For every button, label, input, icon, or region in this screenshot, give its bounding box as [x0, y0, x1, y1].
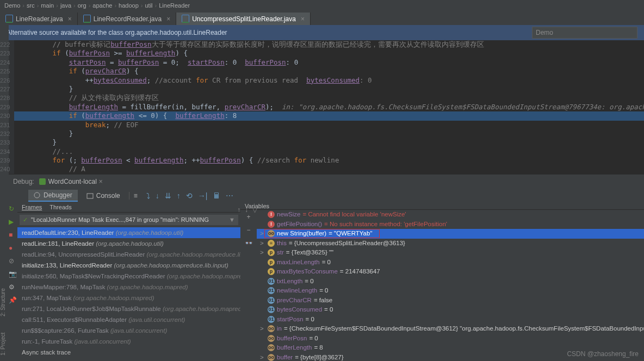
threads-tab[interactable]: Threads: [49, 204, 71, 210]
step-over-icon[interactable]: ⤵: [146, 191, 150, 200]
variable-row[interactable]: 01 txtLength = 0: [257, 277, 644, 287]
line-number[interactable]: 228: [0, 94, 10, 102]
frames-list[interactable]: readDefaultLine:230, LineReader (org.apa…: [17, 227, 240, 361]
settings-icon[interactable]: ⚙: [9, 283, 17, 292]
editor-tab[interactable]: LineReader.java×: [0, 13, 78, 25]
stack-frame[interactable]: call:511, Executors$RunnableAdapter (jav…: [17, 314, 240, 325]
editor[interactable]: 2222232242252262272282292302312322332342…: [0, 40, 644, 174]
line-number[interactable]: 229: [0, 103, 10, 111]
expand-icon[interactable]: >: [260, 325, 265, 333]
camera-icon[interactable]: 📷: [9, 270, 17, 279]
resume-icon[interactable]: ▶: [9, 218, 17, 227]
stack-frame[interactable]: run$$$capture:266, FutureTask (java.util…: [17, 325, 240, 336]
variable-row[interactable]: p maxBytesToConsume = 2147483647: [257, 267, 644, 277]
stack-frame[interactable]: initialize:133, LineRecordReader (org.ap…: [17, 260, 240, 271]
stack-frame[interactable]: runNewMapper:798, MapTask (org.apache.ha…: [17, 282, 240, 292]
close-icon[interactable]: ×: [68, 15, 72, 23]
prev-frame-icon[interactable]: ↑: [237, 206, 240, 214]
stack-frame[interactable]: readLine:94, UncompressedSplitLineReader…: [17, 249, 240, 260]
variable-row[interactable]: >p str = {Text@3625} "": [257, 248, 644, 258]
variables-list[interactable]: ! newSize = Cannot find local variable '…: [257, 210, 644, 361]
stack-frame[interactable]: initialize:560, MapTask$NewTrackingRecor…: [17, 271, 240, 282]
stop-icon[interactable]: ■: [9, 231, 17, 240]
line-number[interactable]: 227: [0, 85, 10, 94]
variable-row[interactable]: >oo new String(buffer) = "QWERTYab": [257, 229, 644, 239]
variable-row[interactable]: >oo in = {ChecksumFileSystem$FSDataBound…: [257, 324, 644, 334]
run-config-tab[interactable]: WordCount-local ×: [39, 178, 103, 185]
run-to-cursor-icon[interactable]: →|: [198, 191, 208, 200]
mute-bp-icon[interactable]: ⊘: [9, 257, 17, 266]
line-number[interactable]: 224: [0, 58, 10, 67]
rerun-icon[interactable]: ↻: [9, 205, 17, 214]
line-number[interactable]: 232: [0, 129, 10, 138]
line-number[interactable]: 225: [0, 67, 10, 76]
editor-tab[interactable]: UncompressedSplitLineReader.java×: [176, 13, 311, 25]
editor-tab[interactable]: LineRecordReader.java×: [78, 13, 176, 25]
async-label: Async stack trace: [17, 347, 240, 358]
variable-row[interactable]: 01 bytesConsumed = 0: [257, 305, 644, 315]
variable-row[interactable]: >≡ this = {UncompressedSplitLineReader@3…: [257, 239, 644, 248]
pin-icon[interactable]: 📌: [9, 296, 17, 305]
remove-watch-icon[interactable]: −: [246, 226, 250, 234]
variable-row[interactable]: oo bufferPosn = 0: [257, 334, 644, 344]
var-type-icon: p: [268, 259, 275, 266]
add-watch-icon[interactable]: +: [246, 213, 250, 221]
variable-row[interactable]: ! getFilePosition() = No such instance m…: [257, 220, 644, 229]
variable-row[interactable]: 01 startPosn = 0: [257, 315, 644, 325]
variable-row[interactable]: p maxLineLength = 0: [257, 258, 644, 267]
drop-frame-icon[interactable]: ⟲: [186, 191, 193, 200]
line-number[interactable]: 223: [0, 49, 10, 58]
stack-frame[interactable]: readDefaultLine:230, LineReader (org.apa…: [17, 227, 240, 238]
glasses-icon[interactable]: 👓: [245, 239, 253, 247]
view-bp-icon[interactable]: ●: [9, 244, 17, 253]
code-line: startPosn = bufferPosn = 0; startPosn: 0…: [14, 58, 644, 67]
alt-source-banner: Alternative source available for the cla…: [0, 25, 644, 40]
code-line: if (prevCharCR) {: [14, 67, 644, 76]
next-frame-icon[interactable]: ↓: [245, 206, 248, 214]
close-icon[interactable]: ×: [166, 15, 170, 23]
line-number[interactable]: 226: [0, 76, 10, 85]
check-icon: ✓: [23, 216, 28, 223]
debug-header: Debug: WordCount-local ×: [9, 175, 644, 189]
debug-left-toolbar: ↻ ▶ ■ ● ⊘ 📷 ⚙ 📌: [9, 203, 17, 361]
tab-console[interactable]: Console: [81, 190, 126, 201]
gutter[interactable]: 2222232242252262272282292302312322332342…: [0, 40, 14, 174]
console-icon: [86, 192, 94, 200]
var-type-icon: oo: [268, 354, 275, 361]
force-step-icon[interactable]: ⇊: [165, 191, 171, 200]
stack-frame[interactable]: run:-1, FutureTask (java.util.concurrent…: [17, 336, 240, 347]
line-number[interactable]: 239: [0, 156, 10, 165]
line-number[interactable]: 234: [0, 147, 10, 156]
stack-frame[interactable]: readLine:181, LineReader (org.apache.had…: [17, 238, 240, 249]
class-icon: [182, 15, 189, 23]
breadcrumb: Demo › src › main › java › org › apache …: [0, 0, 644, 11]
expand-icon[interactable]: >: [260, 248, 265, 257]
variable-row[interactable]: 01 newlineLength = 0: [257, 286, 644, 296]
highlight-box: [264, 229, 380, 238]
stack-frame[interactable]: :151, FutureTask (java.util.concurrent): [17, 358, 240, 361]
expand-icon[interactable]: >: [260, 239, 265, 248]
line-number[interactable]: 222: [0, 40, 10, 49]
code-area[interactable]: // buffer读标记bufferPosn大于等于缓存区里的实际数据长度时，说…: [14, 40, 644, 174]
step-into-icon[interactable]: ↓: [156, 191, 159, 200]
demo-dropdown[interactable]: Demo: [532, 27, 637, 39]
close-icon[interactable]: ×: [301, 15, 305, 23]
code-line: if (bufferLength <= 0) { bufferLength: 8: [14, 111, 644, 120]
tab-debugger[interactable]: Debugger: [28, 190, 78, 202]
expand-icon[interactable]: >: [260, 353, 265, 362]
svg-rect-0: [39, 178, 46, 185]
step-out-icon[interactable]: ↑: [177, 191, 181, 200]
thread-selector[interactable]: ✓ "LocalJobRunner Map Task Exec...,847 i…: [20, 215, 238, 225]
variable-row[interactable]: 01 prevCharCR = false: [257, 296, 644, 306]
line-number[interactable]: 231: [0, 121, 10, 129]
line-number[interactable]: 240: [0, 165, 10, 173]
variable-row[interactable]: ! newSize = Cannot find local variable '…: [257, 210, 644, 220]
stack-frame[interactable]: run:347, MapTask (org.apache.hadoop.mapr…: [17, 292, 240, 303]
evaluate-icon[interactable]: 🖩: [213, 191, 220, 200]
code-line: // buffer读标记bufferPosn大于等于缓存区里的实际数据长度时，说…: [14, 40, 644, 49]
line-number[interactable]: 230: [0, 111, 10, 120]
frames-tab[interactable]: Frames: [22, 204, 42, 210]
stack-frame[interactable]: run:271, LocalJobRunner$Job$MapTaskRunna…: [17, 303, 240, 314]
more-icon[interactable]: ⋯: [226, 191, 233, 200]
line-number[interactable]: 233: [0, 138, 10, 147]
